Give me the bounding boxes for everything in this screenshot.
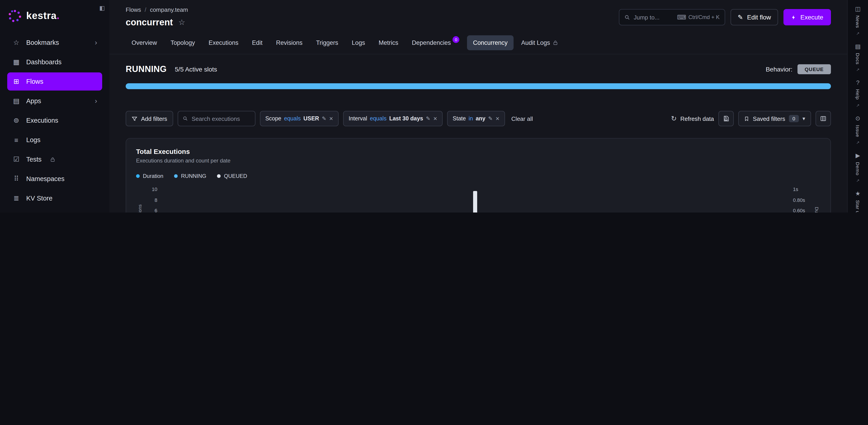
tests-icon: ☑ xyxy=(12,155,20,163)
pencil-icon[interactable]: ✎ xyxy=(426,115,430,122)
sidebar-item-label: KV Store xyxy=(26,195,53,202)
rail-label: Star us xyxy=(855,200,861,213)
keyboard-icon: ⌨ xyxy=(677,13,686,21)
executions-icon: ⊚ xyxy=(12,116,20,124)
sidebar: ◧ kestra. ☆ Bookmarks › ▦ Dashb xyxy=(0,0,110,213)
search-executions-input[interactable] xyxy=(192,115,250,122)
pencil-icon: ✎ xyxy=(738,13,743,21)
stacked-bar[interactable] xyxy=(473,187,477,213)
jump-to-input[interactable] xyxy=(634,14,674,21)
sidebar-item-flows[interactable]: ⊞ Flows xyxy=(7,73,102,90)
tab-metrics[interactable]: Metrics xyxy=(373,35,404,50)
saved-filters-button[interactable]: Saved filters 0 ▾ xyxy=(739,111,811,126)
favorite-star-icon[interactable]: ☆ xyxy=(178,18,185,27)
sidebar-nav: ☆ Bookmarks › ▦ Dashboards ⊞ Flows ▤ App… xyxy=(0,33,110,213)
chevron-right-icon: › xyxy=(95,97,97,105)
sidebar-item-bookmarks[interactable]: ☆ Bookmarks › xyxy=(7,33,102,52)
main-area: Flows / company.team concurrent ☆ ⌨ Ctrl… xyxy=(110,0,847,213)
y-axis-title-right: Duration xyxy=(813,187,820,213)
rail-item-help[interactable]: ? Help ↗ xyxy=(855,79,861,108)
sidebar-item-apps[interactable]: ▤ Apps › xyxy=(7,92,102,110)
search-icon xyxy=(183,116,188,121)
tab-executions[interactable]: Executions xyxy=(203,35,244,50)
rail-item-star-us[interactable]: ★ Star us ↗ xyxy=(855,190,861,213)
breadcrumb-namespace[interactable]: company.team xyxy=(150,6,188,13)
pencil-icon[interactable]: ✎ xyxy=(488,115,493,122)
refresh-icon: ↻ xyxy=(671,114,677,123)
kestra-logo[interactable]: kestra. xyxy=(0,0,110,33)
execute-button[interactable]: Execute xyxy=(784,9,831,25)
sidebar-item-kv-store[interactable]: ≣ KV Store xyxy=(7,189,102,207)
sidebar-item-namespaces[interactable]: ⠿ Namespaces xyxy=(7,170,102,188)
tab-topology[interactable]: Topology xyxy=(165,35,201,50)
tab-overview[interactable]: Overview xyxy=(126,35,163,50)
kestra-logo-mark xyxy=(8,9,22,23)
breadcrumb-flows[interactable]: Flows xyxy=(126,6,141,13)
page-title: concurrent xyxy=(126,17,173,28)
chart-subtitle: Executions duration and count per date xyxy=(136,158,820,164)
sidebar-item-dashboards[interactable]: ▦ Dashboards xyxy=(7,53,102,71)
clear-all-filters[interactable]: Clear all xyxy=(511,115,533,122)
refresh-data-button[interactable]: ↻ Refresh data xyxy=(671,114,714,123)
rail-item-issue[interactable]: ⊙ Issue ↗ xyxy=(855,115,861,145)
chip-value: Last 30 days xyxy=(389,115,423,122)
save-view-button[interactable] xyxy=(719,111,734,126)
close-icon[interactable]: ✕ xyxy=(329,116,333,121)
rail-label: News xyxy=(855,16,861,28)
chip-field: State xyxy=(453,115,466,122)
tab-edit[interactable]: Edit xyxy=(246,35,269,50)
y-axis-ticks-left: 108 64 20 xyxy=(143,187,161,213)
concurrency-content: RUNNING 5/5 Active slots Behavior: QUEUE… xyxy=(110,54,847,213)
edit-flow-button[interactable]: ✎ Edit flow xyxy=(731,9,778,25)
help-rail: ◫ News ↗ ▤ Docs ↗ ? Help ↗ ⊙ Issue ↗ ▶ D… xyxy=(847,0,868,213)
external-link-icon: ↗ xyxy=(856,68,860,72)
legend-dot xyxy=(174,174,178,178)
search-executions-box[interactable] xyxy=(178,111,255,126)
search-icon xyxy=(624,14,630,20)
tab-triggers[interactable]: Triggers xyxy=(310,35,344,50)
chevron-right-icon: › xyxy=(95,38,97,47)
sidebar-item-tests[interactable]: ☑ Tests xyxy=(7,150,102,168)
legend-queued[interactable]: QUEUED xyxy=(217,173,247,179)
rail-label: Demo xyxy=(855,162,861,175)
sidebar-collapse-icon[interactable]: ◧ xyxy=(99,4,105,11)
lock-icon xyxy=(50,157,55,162)
tab-revisions[interactable]: Revisions xyxy=(270,35,308,50)
tab-audit-logs[interactable]: Audit Logs xyxy=(515,35,564,50)
sidebar-item-secrets[interactable]: ◈ Secrets xyxy=(7,209,102,213)
columns-settings-button[interactable] xyxy=(815,111,831,126)
chip-field: Scope xyxy=(266,115,281,122)
sidebar-item-executions[interactable]: ⊚ Executions xyxy=(7,111,102,130)
behavior-label: Behavior: xyxy=(766,66,792,73)
add-filters-button[interactable]: Add filters xyxy=(126,111,173,126)
help-icon: ? xyxy=(856,79,860,86)
filter-chip-scope[interactable]: Scope equals USER ✎ ✕ xyxy=(260,111,339,126)
logs-icon: ≡ xyxy=(12,136,20,144)
namespaces-icon: ⠿ xyxy=(12,175,20,183)
pencil-icon[interactable]: ✎ xyxy=(322,115,327,122)
legend-duration[interactable]: Duration xyxy=(136,173,163,179)
external-link-icon: ↗ xyxy=(856,140,860,145)
rail-item-demo[interactable]: ▶ Demo ↗ xyxy=(855,152,861,183)
jump-to-search[interactable]: ⌨ Ctrl/Cmd + K xyxy=(619,9,725,25)
chevron-down-icon: ▾ xyxy=(802,115,805,122)
close-icon[interactable]: ✕ xyxy=(495,116,500,121)
bookmark-icon xyxy=(744,116,749,121)
slots-progress-bar xyxy=(126,83,831,89)
sidebar-item-label: Tests xyxy=(26,156,41,163)
news-icon: ◫ xyxy=(855,5,861,12)
total-executions-card: Total Executions Executions duration and… xyxy=(126,138,831,213)
rail-item-news[interactable]: ◫ News ↗ xyxy=(855,5,861,36)
legend-running[interactable]: RUNNING xyxy=(174,173,206,179)
filter-chip-state[interactable]: State in any ✎ ✕ xyxy=(447,111,505,126)
close-icon[interactable]: ✕ xyxy=(433,116,437,121)
filter-chip-interval[interactable]: Interval equals Last 30 days ✎ ✕ xyxy=(343,111,442,126)
tab-logs[interactable]: Logs xyxy=(346,35,371,50)
sidebar-item-label: Logs xyxy=(26,136,40,143)
sidebar-item-logs[interactable]: ≡ Logs xyxy=(7,131,102,149)
page-header: Flows / company.team concurrent ☆ ⌨ Ctrl… xyxy=(110,0,847,54)
tab-concurrency[interactable]: Concurrency xyxy=(467,35,514,50)
sidebar-item-label: Namespaces xyxy=(26,175,64,182)
tab-dependencies[interactable]: Dependencies 0 xyxy=(406,35,465,50)
rail-item-docs[interactable]: ▤ Docs ↗ xyxy=(855,43,861,72)
